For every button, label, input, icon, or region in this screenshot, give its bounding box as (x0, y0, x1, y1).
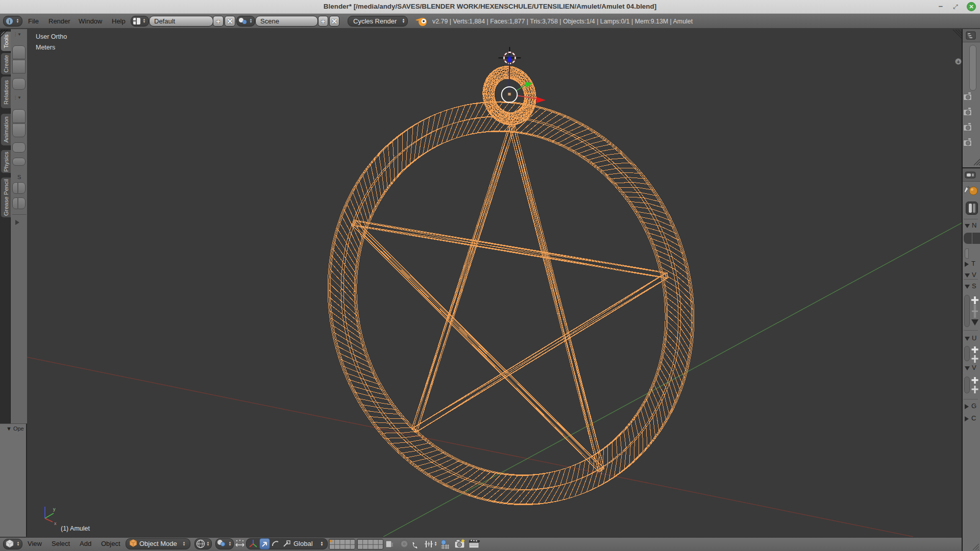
svg-text:x: x (54, 521, 57, 526)
svg-text:y: y (53, 507, 56, 512)
